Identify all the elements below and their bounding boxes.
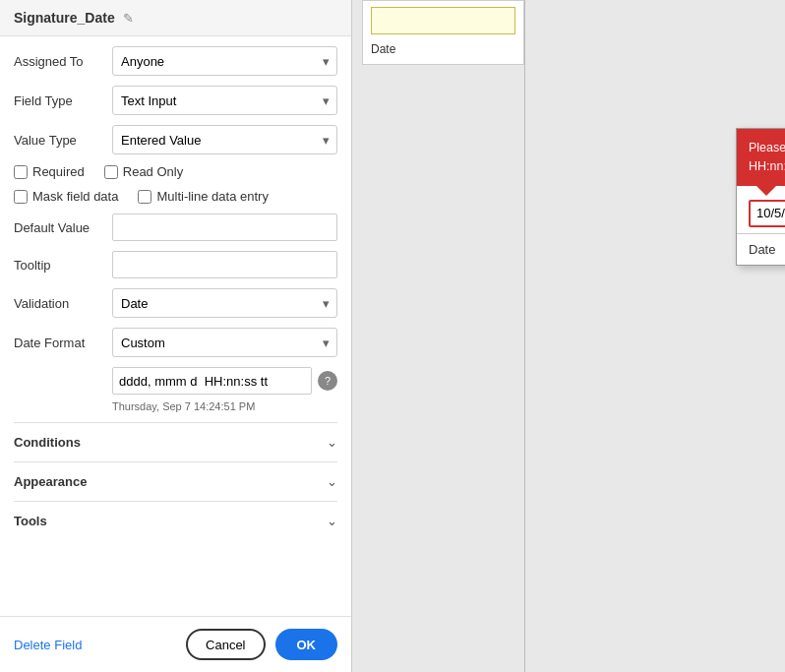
multiline-label: Multi-line data entry — [156, 189, 268, 204]
value-type-select[interactable]: Entered Value Custom Value Formula — [112, 125, 337, 154]
tooltip-error-text: Please enter a valid date using the foll… — [749, 141, 785, 173]
date-format-row: Date Format Custom Short Long ISO — [14, 328, 337, 357]
tooltip-row: Tooltip — [14, 251, 337, 278]
appearance-section[interactable]: Appearance ⌄ — [14, 461, 337, 501]
right-area: Date Please enter a valid date using the… — [352, 0, 785, 672]
date-format-label: Date Format — [14, 336, 112, 350]
required-checkbox[interactable] — [14, 165, 28, 179]
tooltip-date-label: Date — [737, 234, 785, 265]
panel-body: Assigned To Anyone Specific User Signer … — [0, 36, 351, 616]
custom-format-row: ? — [14, 367, 337, 395]
assigned-to-label: Assigned To — [14, 54, 112, 69]
date-format-select-wrapper[interactable]: Custom Short Long ISO — [112, 328, 337, 357]
help-icon-text: ? — [325, 375, 331, 387]
multiline-checkbox[interactable] — [138, 190, 151, 204]
default-value-row: Default Value — [14, 214, 337, 241]
edit-icon[interactable]: ✎ — [123, 11, 134, 26]
doc-date-label: Date — [363, 40, 523, 64]
validation-row: Validation Date Email Number None — [14, 288, 337, 318]
mask-field-checkbox-item[interactable]: Mask field data — [14, 189, 118, 204]
date-preview: Thursday, Sep 7 14:24:51 PM — [14, 400, 337, 412]
tools-section[interactable]: Tools ⌄ — [14, 501, 337, 540]
tooltip-error-banner: Please enter a valid date using the foll… — [737, 129, 785, 186]
doc-preview: Date — [362, 0, 524, 65]
validation-select-wrapper[interactable]: Date Email Number None — [112, 288, 337, 318]
readonly-checkbox-item[interactable]: Read Only — [104, 164, 183, 179]
custom-format-wrapper: ? — [112, 367, 337, 395]
field-type-row: Field Type Text Input Date Signature Che… — [14, 86, 337, 115]
value-type-row: Value Type Entered Value Custom Value Fo… — [14, 125, 337, 154]
mask-field-checkbox[interactable] — [14, 190, 28, 204]
tooltip-date-input[interactable] — [749, 200, 785, 227]
left-panel: Signature_Date ✎ Assigned To Anyone Spec… — [0, 0, 352, 672]
help-icon[interactable]: ? — [318, 371, 337, 391]
date-format-select[interactable]: Custom Short Long ISO — [112, 328, 337, 357]
default-value-input[interactable] — [112, 214, 337, 241]
delete-field-button[interactable]: Delete Field — [14, 638, 82, 652]
required-checkbox-item[interactable]: Required — [14, 164, 85, 179]
assigned-to-select-wrapper[interactable]: Anyone Specific User Signer — [112, 46, 337, 76]
validation-select[interactable]: Date Email Number None — [112, 288, 337, 318]
tools-label: Tools — [14, 514, 47, 528]
default-value-label: Default Value — [14, 220, 112, 235]
panel-title: Signature_Date — [14, 10, 115, 26]
assigned-to-select[interactable]: Anyone Specific User Signer — [112, 46, 337, 76]
assigned-to-row: Assigned To Anyone Specific User Signer — [14, 46, 337, 76]
tooltip-popup: Please enter a valid date using the foll… — [736, 128, 785, 266]
tooltip-input[interactable] — [112, 251, 337, 278]
panel-header: Signature_Date ✎ — [0, 0, 351, 36]
tooltip-label: Tooltip — [14, 258, 112, 273]
validation-label: Validation — [14, 296, 112, 311]
field-type-select-wrapper[interactable]: Text Input Date Signature Checkbox — [112, 86, 337, 115]
panel-footer: Delete Field Cancel OK — [0, 616, 351, 672]
appearance-chevron-icon: ⌄ — [327, 474, 337, 489]
read-only-label: Read Only — [123, 164, 183, 179]
ok-button[interactable]: OK — [275, 629, 338, 660]
checkboxes-row-2: Mask field data Multi-line data entry — [14, 189, 337, 204]
tools-chevron-icon: ⌄ — [327, 514, 337, 528]
mask-field-label: Mask field data — [32, 189, 118, 204]
field-type-label: Field Type — [14, 93, 112, 108]
required-label: Required — [32, 164, 85, 179]
checkboxes-row-1: Required Read Only — [14, 164, 337, 179]
conditions-section[interactable]: Conditions ⌄ — [14, 422, 337, 461]
right-divider — [524, 0, 525, 672]
custom-format-input[interactable] — [112, 367, 312, 395]
readonly-checkbox[interactable] — [104, 165, 118, 179]
cancel-button[interactable]: Cancel — [186, 629, 265, 660]
footer-buttons: Cancel OK — [186, 629, 337, 660]
value-type-select-wrapper[interactable]: Entered Value Custom Value Formula — [112, 125, 337, 154]
conditions-chevron-icon: ⌄ — [327, 435, 337, 450]
appearance-label: Appearance — [14, 474, 87, 489]
value-type-label: Value Type — [14, 133, 112, 148]
multiline-checkbox-item[interactable]: Multi-line data entry — [138, 189, 268, 204]
field-type-select[interactable]: Text Input Date Signature Checkbox — [112, 86, 337, 115]
conditions-label: Conditions — [14, 435, 81, 450]
doc-field-highlight — [371, 7, 515, 34]
